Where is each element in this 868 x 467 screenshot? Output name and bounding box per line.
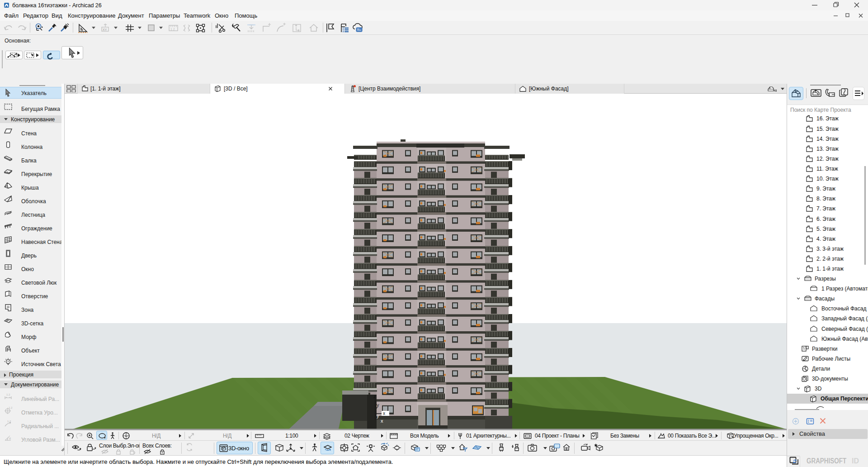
svg-text:z: z bbox=[373, 394, 376, 399]
svg-text:y: y bbox=[377, 413, 379, 419]
svg-text:1.2: 1.2 bbox=[7, 420, 11, 423]
svg-text:XY: XY bbox=[103, 28, 107, 31]
svg-text:x: x bbox=[383, 411, 385, 416]
svg-text:1.2: 1.2 bbox=[9, 406, 13, 409]
svg-text:α: α bbox=[9, 437, 11, 440]
svg-text:1.2: 1.2 bbox=[6, 393, 10, 396]
svg-text:x: x bbox=[381, 418, 383, 424]
svg-text:1 2: 1 2 bbox=[170, 28, 175, 31]
svg-text:y: y bbox=[377, 402, 379, 408]
